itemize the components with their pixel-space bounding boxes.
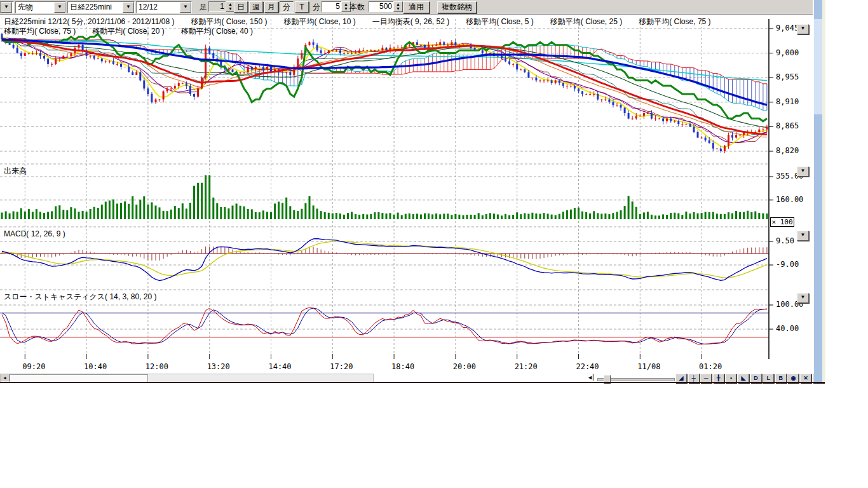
contract-select-value: 12/12 xyxy=(137,2,180,13)
market-select-value: 先物 xyxy=(16,2,54,13)
macd-axis-label: 9.50 xyxy=(776,236,794,245)
time-axis-label: 11/08 xyxy=(630,362,668,371)
toolbar: ▼ 先物 ▼ 日経225mini ▼ 12/12 ▼ 足 1 ▲▼ 日週月分T … xyxy=(0,0,813,15)
price-axis-label: 8,820 xyxy=(776,146,799,155)
macd-scale-button[interactable]: ▼ xyxy=(797,231,809,241)
time-axis-label: 17:20 xyxy=(322,362,360,371)
period-button-分[interactable]: 分 xyxy=(280,1,294,13)
stoch-scale-button[interactable]: ▼ xyxy=(797,293,809,303)
scroll-left-icon[interactable]: ◄ xyxy=(1,374,10,381)
stoch-axis-label: 40.00 xyxy=(776,324,799,333)
volume-scale-button[interactable]: ▼ xyxy=(797,166,809,177)
period-button-日[interactable]: 日 xyxy=(234,1,248,13)
market-select[interactable]: 先物 ▼ xyxy=(15,1,66,13)
contract-select[interactable]: 12/12 ▼ xyxy=(136,1,192,13)
legend-row-2: 移動平均( Close, 75 )移動平均( Close, 20 )移動平均( … xyxy=(4,26,253,37)
bar-count-spinner[interactable]: 500 ▲▼ xyxy=(369,1,403,12)
window-right-edge xyxy=(822,0,825,382)
symbol-select[interactable]: 日経225mini ▼ xyxy=(67,1,135,13)
chevron-down-icon[interactable]: ▼ xyxy=(180,2,191,13)
minute-spinner[interactable]: 5 ▲▼ xyxy=(322,1,351,12)
vertical-scrollbar-thumb[interactable] xyxy=(814,19,822,114)
spinner-icon[interactable]: ▲▼ xyxy=(393,1,403,12)
time-axis-label: 18:40 xyxy=(384,362,422,371)
chevron-down-icon[interactable]: ▼ xyxy=(54,2,65,13)
volume-multiplier-badge: × 100 xyxy=(770,217,794,227)
time-axis-label: 09:20 xyxy=(15,362,53,371)
time-axis-label: 12:00 xyxy=(138,362,176,371)
macd-axis-label: -9.00 xyxy=(776,260,799,269)
minute-value[interactable]: 5 xyxy=(322,1,341,12)
legend-item: 移動平均( Close, 25 ) xyxy=(550,17,622,27)
bar-type-label: 足 xyxy=(200,1,207,12)
price-axis-label: 9,000 xyxy=(776,48,799,57)
chevron-down-icon[interactable]: ▼ xyxy=(1,2,12,13)
volume-axis-label: 160.00 xyxy=(776,195,803,204)
time-axis-label: 13:20 xyxy=(200,362,238,371)
legend-item: 移動平均( Close, 20 ) xyxy=(92,26,164,37)
apply-button[interactable]: 適用 xyxy=(403,1,430,13)
vertical-scrollbar[interactable] xyxy=(814,0,822,382)
legend-item: 移動平均( Close, 5 ) xyxy=(466,17,534,27)
time-axis-label: 10:40 xyxy=(76,362,114,371)
price-axis-label: 8,910 xyxy=(776,97,799,106)
period-button-月[interactable]: 月 xyxy=(264,1,278,13)
hidden-combo[interactable]: ▼ xyxy=(0,1,14,13)
time-axis-label: 21:20 xyxy=(507,362,545,371)
legend-item: 一目均衡表( 9, 26, 52 ) xyxy=(372,17,449,27)
period-button-T[interactable]: T xyxy=(295,1,309,13)
period-button-group: 日週月分T xyxy=(234,1,309,13)
multi-symbol-button[interactable]: 複数銘柄 xyxy=(437,1,477,13)
chevron-down-icon[interactable]: ▼ xyxy=(123,2,134,13)
bar-interval-spinner[interactable]: 1 ▲▼ xyxy=(208,1,235,12)
bar-count-value[interactable]: 500 xyxy=(369,1,393,12)
slider-arrow-icon[interactable]: ◄▏ xyxy=(587,374,597,381)
window-bottom-edge xyxy=(0,382,825,383)
price-axis-label: 8,865 xyxy=(776,121,799,130)
minute-label: 分 xyxy=(313,1,320,12)
chart-canvas[interactable] xyxy=(0,15,813,375)
stoch-pane-title: スロー・ストキャスティクス( 14, 3, 80, 20 ) xyxy=(4,292,156,302)
time-axis-label: 22:40 xyxy=(569,362,607,371)
price-axis-label: 8,955 xyxy=(776,72,799,81)
chart-application-window: ▼ 先物 ▼ 日経225mini ▼ 12/12 ▼ 足 1 ▲▼ 日週月分T … xyxy=(0,0,825,383)
time-axis-label: 14:40 xyxy=(261,362,299,371)
time-axis-label: 01:20 xyxy=(691,362,729,371)
price-scale-button[interactable]: ▼ xyxy=(797,24,809,34)
symbol-select-value: 日経225mini xyxy=(68,2,123,13)
legend-item: 移動平均( Close, 10 ) xyxy=(283,17,355,27)
legend-item: 移動平均( Close, 75 ) xyxy=(639,17,710,27)
volume-pane-title: 出来高 xyxy=(4,166,27,177)
macd-pane-title: MACD( 12, 26, 9 ) xyxy=(4,229,65,238)
period-button-週[interactable]: 週 xyxy=(249,1,263,13)
legend-item: 移動平均( Close, 40 ) xyxy=(181,26,253,37)
bar-interval-value[interactable]: 1 xyxy=(208,1,226,12)
time-axis-label: 20:00 xyxy=(445,362,484,371)
bar-count-label: 本数 xyxy=(349,1,365,12)
price-axis-label: 9,045 xyxy=(776,24,799,32)
legend-item: 移動平均( Close, 75 ) xyxy=(4,26,76,37)
